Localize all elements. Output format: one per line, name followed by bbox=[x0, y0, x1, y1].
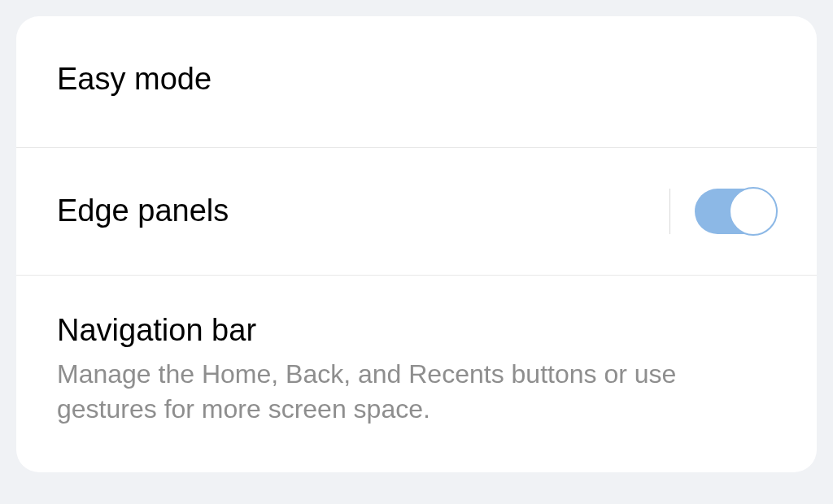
navigation-bar-description: Manage the Home, Back, and Recents butto… bbox=[57, 357, 776, 427]
setting-easy-mode[interactable]: Easy mode bbox=[16, 16, 817, 148]
toggle-container bbox=[669, 189, 776, 234]
edge-panels-title: Edge panels bbox=[57, 193, 669, 230]
navigation-bar-title: Navigation bar bbox=[57, 312, 776, 350]
setting-content: Easy mode bbox=[57, 61, 776, 98]
easy-mode-title: Easy mode bbox=[57, 61, 776, 98]
setting-edge-panels[interactable]: Edge panels bbox=[16, 148, 817, 276]
setting-content: Navigation bar Manage the Home, Back, an… bbox=[57, 312, 776, 428]
settings-card: Easy mode Edge panels Navigation bar Man… bbox=[16, 16, 817, 472]
setting-navigation-bar[interactable]: Navigation bar Manage the Home, Back, an… bbox=[16, 276, 817, 472]
setting-content: Edge panels bbox=[57, 193, 669, 230]
toggle-knob bbox=[729, 187, 778, 236]
toggle-divider bbox=[669, 189, 670, 234]
edge-panels-toggle[interactable] bbox=[695, 189, 776, 234]
